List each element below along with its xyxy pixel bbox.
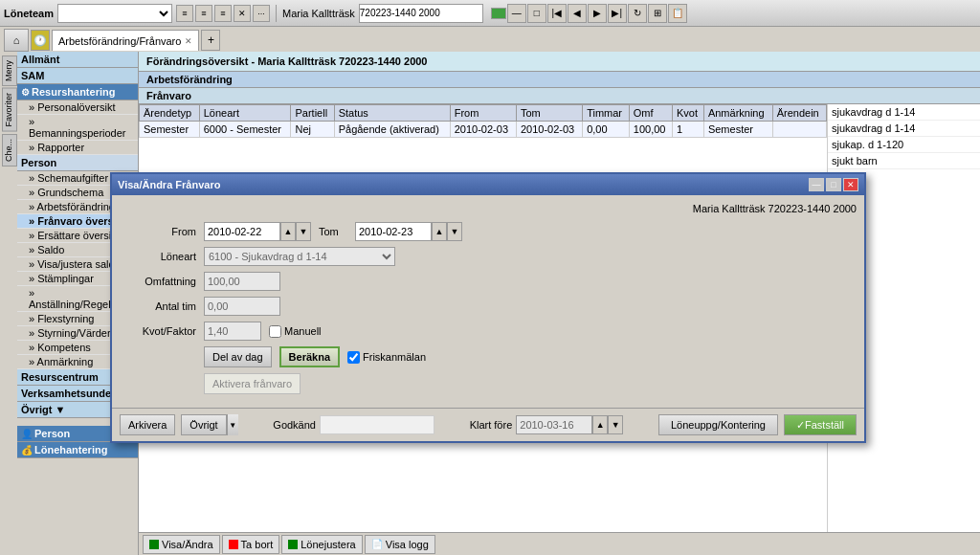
form-row-dates: From ▲ ▼ Tom ▲ ▼ — [120, 222, 857, 241]
kvot-input[interactable] — [204, 322, 261, 341]
klart-down-btn[interactable]: ▼ — [608, 415, 623, 434]
manuell-label: Manuell — [269, 325, 322, 338]
loneuppg-button[interactable]: Löneuppg/Kontering — [658, 414, 778, 435]
ovrigt-button[interactable]: Övrigt — [181, 414, 226, 435]
arkivera-button[interactable]: Arkivera — [120, 414, 175, 435]
footer-left: Arkivera Övrigt ▼ — [120, 414, 238, 435]
form-row-aktivera: Aktivera frånvaro — [204, 373, 857, 394]
klart-up-btn[interactable]: ▲ — [592, 415, 608, 434]
modal-dialog: Visa/Ändra Frånvaro — □ ✕ Maria Kalltträ… — [110, 172, 866, 443]
modal-min-btn[interactable]: — — [809, 178, 824, 191]
modal-max-btn[interactable]: □ — [826, 178, 841, 191]
from-date-up-btn[interactable]: ▲ — [280, 222, 296, 241]
footer-right: Löneuppg/Kontering ✓ Fastställ — [658, 414, 857, 435]
tom-label: Tom — [319, 226, 347, 237]
godkand-area: Godkänd — [273, 415, 434, 434]
form-row-omfattning: Omfattning — [120, 272, 857, 291]
klart-fore-input[interactable] — [516, 415, 592, 434]
check-icon: ✓ — [796, 419, 805, 432]
kvot-label: Kvot/Faktor — [120, 325, 196, 337]
modal-user-info: Maria Kalltträsk 720223-1440 2000 — [120, 203, 857, 214]
modal-content: Maria Kalltträsk 720223-1440 2000 From ▲… — [112, 195, 864, 408]
form-row-btns1: Del av dag Beräkna Friskanmälan — [204, 346, 857, 367]
friskanmalan-checkbox[interactable] — [347, 351, 360, 364]
tom-date-up-btn[interactable]: ▲ — [432, 222, 447, 241]
modal-title: Visa/Ändra Frånvaro — [118, 179, 220, 190]
manuell-checkbox[interactable] — [269, 325, 281, 338]
loneart-label: Löneart — [120, 251, 196, 262]
klart-fore-area: Klart före ▲ ▼ — [470, 415, 624, 434]
godkand-input[interactable] — [320, 415, 434, 434]
antal-input[interactable] — [204, 297, 280, 316]
ovrigt-dropdown-btn[interactable]: ▼ — [227, 414, 238, 435]
form-row-loneart: Löneart 6100 - Sjukavdrag d 1-14 — [120, 247, 857, 266]
modal-footer: Arkivera Övrigt ▼ Godkänd Klart före ▲ ▼ — [112, 408, 864, 441]
berakna-button[interactable]: Beräkna — [279, 346, 340, 367]
modal-overlay: Visa/Ändra Frånvaro — □ ✕ Maria Kalltträ… — [0, 0, 980, 555]
form-row-kvot: Kvot/Faktor Manuell — [120, 322, 857, 341]
tom-date-group: ▲ ▼ — [355, 222, 462, 241]
ovrigt-btn-group: Övrigt ▼ — [181, 414, 237, 435]
faststall-label: Fastställ — [805, 419, 844, 431]
manuell-text: Manuell — [284, 325, 322, 337]
modal-close-btn[interactable]: ✕ — [843, 178, 858, 191]
omfattning-label: Omfattning — [120, 276, 196, 287]
godkand-label: Godkänd — [273, 419, 316, 431]
antal-label: Antal tim — [120, 300, 196, 312]
faststall-button[interactable]: ✓ Fastställ — [784, 414, 857, 435]
loneart-select[interactable]: 6100 - Sjukavdrag d 1-14 — [204, 247, 395, 266]
from-date-group: ▲ ▼ — [204, 222, 311, 241]
omfattning-input[interactable] — [204, 272, 280, 291]
friskanmalan-label: Friskanmälan — [347, 351, 426, 364]
aktivera-button[interactable]: Aktivera frånvaro — [204, 373, 301, 394]
from-label: From — [120, 226, 196, 237]
del-av-dag-button[interactable]: Del av dag — [204, 346, 272, 367]
modal-controls: — □ ✕ — [809, 178, 858, 191]
from-date-down-btn[interactable]: ▼ — [296, 222, 311, 241]
friskanmalan-text: Friskanmälan — [363, 351, 426, 363]
tom-date-input[interactable] — [355, 222, 432, 241]
from-date-input[interactable] — [204, 222, 280, 241]
modal-title-bar: Visa/Ändra Frånvaro — □ ✕ — [112, 174, 864, 195]
tom-date-down-btn[interactable]: ▼ — [447, 222, 462, 241]
klart-fore-date-group: ▲ ▼ — [516, 415, 623, 434]
klart-fore-label: Klart före — [470, 419, 513, 431]
form-row-antal: Antal tim — [120, 297, 857, 316]
